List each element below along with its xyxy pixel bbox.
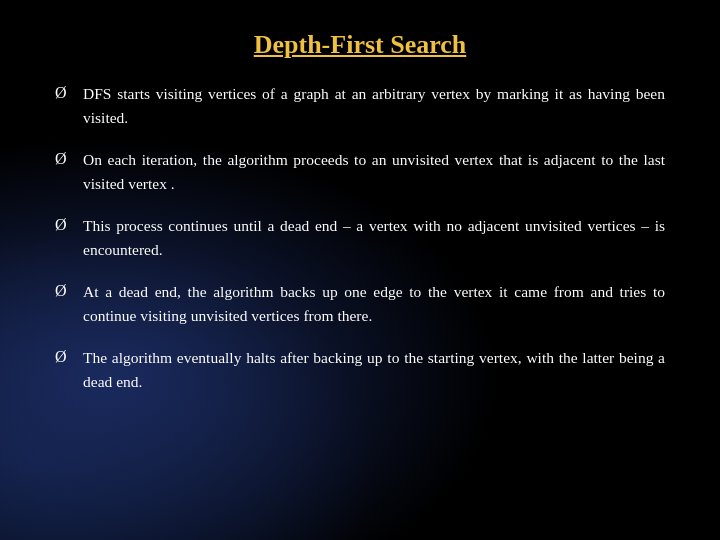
page-title: Depth-First Search (55, 30, 665, 60)
bullet-text-3: This process continues until a dead end … (83, 214, 665, 262)
bullet-text-2: On each iteration, the algorithm proceed… (83, 148, 665, 196)
bullet-item-5: Ø The algorithm eventually halts after b… (55, 346, 665, 394)
bullet-symbol-5: Ø (55, 348, 71, 366)
bullet-item-4: Ø At a dead end, the algorithm backs up … (55, 280, 665, 328)
bullet-symbol-2: Ø (55, 150, 71, 168)
bullet-item-1: Ø DFS starts visiting vertices of a grap… (55, 82, 665, 130)
bullet-symbol-3: Ø (55, 216, 71, 234)
bullet-text-5: The algorithm eventually halts after bac… (83, 346, 665, 394)
bullet-item-2: Ø On each iteration, the algorithm proce… (55, 148, 665, 196)
page-container: Depth-First Search Ø DFS starts visiting… (0, 0, 720, 540)
bullet-symbol-4: Ø (55, 282, 71, 300)
bullet-text-4: At a dead end, the algorithm backs up on… (83, 280, 665, 328)
bullet-text-1: DFS starts visiting vertices of a graph … (83, 82, 665, 130)
bullet-symbol-1: Ø (55, 84, 71, 102)
bullet-item-3: Ø This process continues until a dead en… (55, 214, 665, 262)
